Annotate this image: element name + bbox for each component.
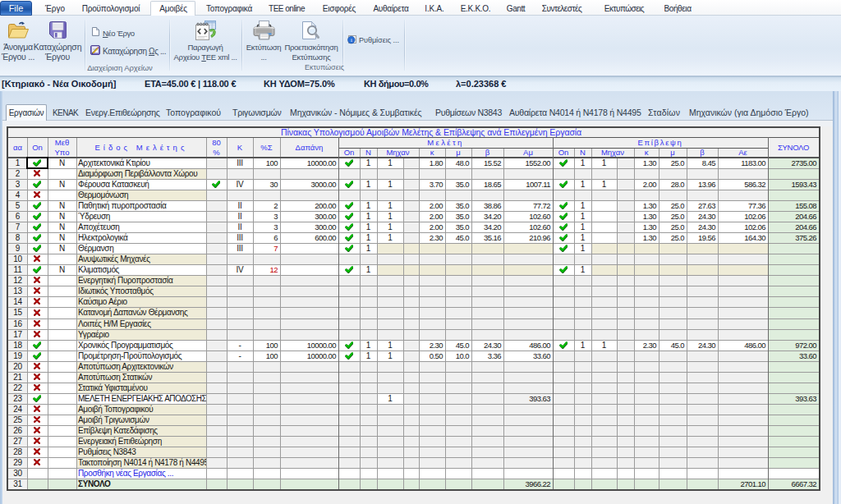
svg-text:i: i [351,37,352,43]
